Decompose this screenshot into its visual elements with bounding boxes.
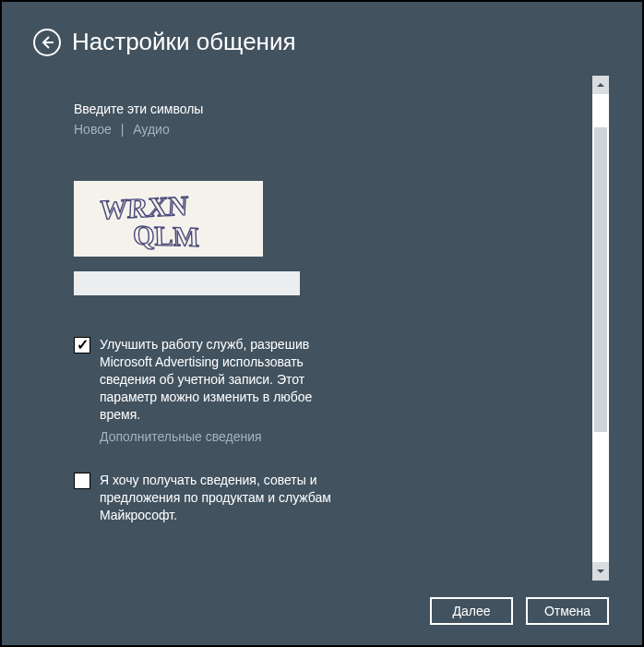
chevron-down-icon xyxy=(596,567,605,576)
captcha-image: WRXN QLM xyxy=(74,181,263,257)
back-button[interactable] xyxy=(33,29,61,56)
captcha-input[interactable] xyxy=(74,271,300,295)
arrow-left-icon xyxy=(40,35,54,50)
scroll-down-button[interactable] xyxy=(592,562,609,581)
checkbox-marketing[interactable] xyxy=(74,473,90,489)
dialog-window: Настройки общения Введите эти символы Но… xyxy=(0,0,644,647)
checkbox-advertising[interactable] xyxy=(74,337,90,353)
next-button[interactable]: Далее xyxy=(430,597,513,625)
header: Настройки общения xyxy=(2,2,642,56)
footer-buttons: Далее Отмена xyxy=(430,597,609,625)
captcha-new-link[interactable]: Новое xyxy=(74,122,112,137)
scroll-thumb[interactable] xyxy=(594,127,607,432)
vertical-scrollbar[interactable] xyxy=(592,76,609,581)
captcha-audio-link[interactable]: Аудио xyxy=(133,122,170,137)
more-info-link[interactable]: Дополнительные сведения xyxy=(100,428,262,446)
form-content: Введите эти символы Новое | Аудио WRXN Q… xyxy=(33,76,592,581)
cancel-button[interactable]: Отмена xyxy=(526,597,609,625)
separator: | xyxy=(121,122,125,137)
content-area: Введите эти символы Новое | Аудио WRXN Q… xyxy=(33,76,609,581)
option-advertising: Улучшить работу служб, разрешив Microsof… xyxy=(74,336,332,446)
captcha-links: Новое | Аудио xyxy=(74,122,555,137)
captcha-text-2: QLM xyxy=(133,220,200,252)
chevron-up-icon xyxy=(596,80,605,90)
option-advertising-text: Улучшить работу служб, разрешив Microsof… xyxy=(100,336,332,446)
option-marketing-label: Я хочу получать сведения, советы и предл… xyxy=(100,472,332,524)
page-title: Настройки общения xyxy=(72,28,296,56)
scroll-up-button[interactable] xyxy=(592,76,609,94)
scroll-track[interactable] xyxy=(592,94,609,562)
option-marketing: Я хочу получать сведения, советы и предл… xyxy=(74,472,332,524)
captcha-instruction: Введите эти символы xyxy=(74,102,555,116)
option-advertising-label: Улучшить работу служб, разрешив Microsof… xyxy=(100,337,312,422)
